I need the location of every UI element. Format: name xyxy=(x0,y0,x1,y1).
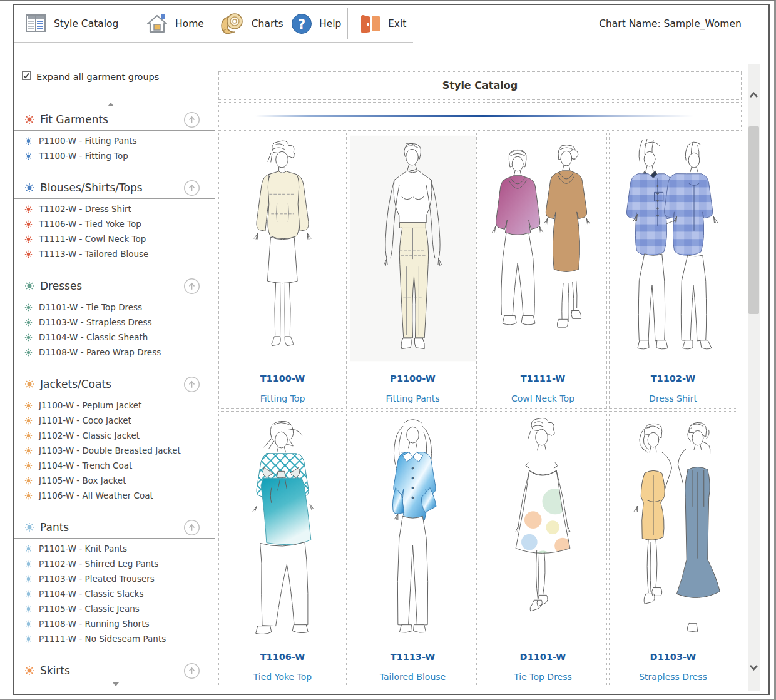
garment-item[interactable]: T1113-W - Tailored Blouse xyxy=(24,246,218,261)
gradient-divider-line xyxy=(255,115,693,117)
garment-item[interactable]: J1105-W - Box Jacket xyxy=(24,473,218,488)
garment-item[interactable]: P1103-W - Pleated Trousers xyxy=(24,571,218,586)
garment-item[interactable]: P1100-W - Fitting Pants xyxy=(24,133,218,148)
catalog-card-t1106-w[interactable]: T1106-WTied Yoke Top xyxy=(218,411,347,687)
toolbar-button-charts[interactable]: Charts xyxy=(212,12,291,36)
garment-item[interactable]: J1101-W - Coco Jacket xyxy=(24,413,218,428)
collapse-group-button[interactable] xyxy=(183,278,200,295)
scrollbar-thumb[interactable] xyxy=(748,126,759,314)
group-name: Fit Garments xyxy=(40,113,108,126)
garment-item[interactable]: D1103-W - Strapless Dress xyxy=(24,315,218,330)
sun-bullet-icon xyxy=(24,477,33,485)
garment-item-label: J1100-W - Peplum Jacket xyxy=(39,400,141,410)
garment-item-label: D1104-W - Classic Sheath xyxy=(39,332,148,342)
garment-item[interactable]: J1104-W - Trench Coat xyxy=(24,458,218,473)
card-style-code: T1100-W xyxy=(219,373,346,383)
toolbar-group-style-catalog: Style Catalog xyxy=(16,6,126,41)
garment-item[interactable]: P1102-W - Shirred Leg Pants xyxy=(24,556,218,571)
garment-group-skirts: Skirts xyxy=(14,660,218,689)
sidebar-scroll-down-hint[interactable] xyxy=(113,682,119,686)
garment-item[interactable]: P1104-W - Classic Slacks xyxy=(24,586,218,601)
vertical-scrollbar[interactable] xyxy=(748,64,760,691)
toolbar-separator xyxy=(280,8,280,39)
garment-item-label: P1100-W - Fitting Pants xyxy=(39,136,137,146)
catalog-card-t1113-w[interactable]: T1113-WTailored Blouse xyxy=(349,411,477,687)
garment-item[interactable]: P1101-W - Knit Pants xyxy=(24,541,218,556)
sidebar-scroll-up-hint[interactable] xyxy=(108,103,114,106)
catalog-card-t1100-w[interactable]: T1100-WFitting Top xyxy=(218,133,347,409)
garment-item[interactable]: J1106-W - All Weather Coat xyxy=(24,488,218,503)
garment-item[interactable]: D1108-W - Pareo Wrap Dress xyxy=(24,345,218,360)
collapse-group-button[interactable] xyxy=(183,662,200,679)
garment-item[interactable]: P1105-W - Classic Jeans xyxy=(24,601,218,616)
catalog-card-d1103-w[interactable]: D1103-WStrapless Dress xyxy=(609,411,737,687)
catalog-card-t1111-w[interactable]: T1111-WCowl Neck Top xyxy=(479,133,607,409)
group-divider xyxy=(14,538,215,539)
expand-all-checkbox[interactable]: Expand all garment groups xyxy=(22,71,159,82)
garment-item[interactable]: J1100-W - Peplum Jacket xyxy=(24,398,218,413)
garment-item[interactable]: T1106-W - Tied Yoke Top xyxy=(24,216,218,231)
collapse-group-button[interactable] xyxy=(183,519,200,536)
group-header-dresses[interactable]: Dresses xyxy=(14,275,218,297)
card-style-name: Fitting Pants xyxy=(349,393,476,403)
garment-item[interactable]: T1111-W - Cowl Neck Top xyxy=(24,231,218,246)
sun-bullet-icon xyxy=(24,635,33,643)
garment-item-label: P1102-W - Shirred Leg Pants xyxy=(39,559,158,569)
checkbox-checked-icon xyxy=(22,71,31,82)
toolbar-button-style-catalog[interactable]: Style Catalog xyxy=(16,13,126,34)
scrollbar-up-icon[interactable] xyxy=(749,91,758,98)
toolbar-group-home-charts: HomeCharts xyxy=(138,6,290,41)
garment-item-label: D1108-W - Pareo Wrap Dress xyxy=(39,347,161,357)
group-header-skirts[interactable]: Skirts xyxy=(14,660,218,681)
tape-measure-icon xyxy=(219,12,245,36)
catalog-title: Style Catalog xyxy=(218,71,742,100)
catalog-card-p1100-w[interactable]: P1100-WFitting Pants xyxy=(349,133,477,409)
home-icon xyxy=(145,13,169,35)
catalog-icon xyxy=(24,13,48,34)
catalog-card-d1101-w[interactable]: D1101-WTie Top Dress xyxy=(479,411,607,687)
toolbar-button-home[interactable]: Home xyxy=(138,13,212,35)
garment-group-blouses-shirts-tops: Blouses/Shirts/TopsT1102-W - Dress Shirt… xyxy=(14,177,218,261)
garment-item[interactable]: D1101-W - Tie Top Dress xyxy=(24,300,218,315)
group-name: Jackets/Coats xyxy=(40,378,111,390)
garment-item-label: T1113-W - Tailored Blouse xyxy=(39,249,148,259)
garment-item[interactable]: T1100-W - Fitting Top xyxy=(24,148,218,163)
garment-item[interactable]: D1104-W - Classic Sheath xyxy=(24,330,218,345)
card-style-code: P1100-W xyxy=(349,373,476,383)
collapse-group-button[interactable] xyxy=(183,180,200,196)
app-window: Style Catalog HomeCharts ?Help Exit Char… xyxy=(13,4,770,695)
garment-group-fit-garments: Fit GarmentsP1100-W - Fitting PantsT1100… xyxy=(14,109,218,163)
garment-item-label: J1105-W - Box Jacket xyxy=(39,475,126,485)
sun-bullet-icon xyxy=(24,281,34,291)
garment-sketch-tailored-blouse xyxy=(350,413,476,640)
garment-item-label: D1101-W - Tie Top Dress xyxy=(39,302,142,312)
group-header-fit-garments[interactable]: Fit Garments xyxy=(14,109,218,130)
collapse-group-button[interactable] xyxy=(183,111,200,128)
catalog-card-t1102-w[interactable]: T1102-WDress Shirt xyxy=(609,133,737,409)
garment-item[interactable]: J1103-W - Double Breasted Jacket xyxy=(24,443,218,458)
garment-group-jackets-coats: Jackets/CoatsJ1100-W - Peplum JacketJ110… xyxy=(14,373,218,503)
group-header-pants[interactable]: Pants xyxy=(14,517,218,538)
scrollbar-down-icon[interactable] xyxy=(749,664,758,671)
group-header-blouses-shirts-tops[interactable]: Blouses/Shirts/Tops xyxy=(14,177,218,198)
group-divider xyxy=(14,395,215,395)
card-style-name: Fitting Top xyxy=(219,393,346,403)
garment-group-pants: PantsP1101-W - Knit PantsP1102-W - Shirr… xyxy=(14,517,218,646)
expand-all-label: Expand all garment groups xyxy=(36,72,159,82)
toolbar-button-help[interactable]: ?Help xyxy=(283,13,349,35)
garment-item[interactable]: J1102-W - Classic Jacket xyxy=(24,428,218,443)
toolbar-button-label: Exit xyxy=(388,18,406,29)
card-style-name: Strapless Dress xyxy=(610,672,737,682)
toolbar: Style Catalog HomeCharts ?Help Exit Char… xyxy=(14,5,768,43)
garment-item[interactable]: T1102-W - Dress Shirt xyxy=(24,201,218,216)
garment-group-dresses: DressesD1101-W - Tie Top DressD1103-W - … xyxy=(14,275,218,360)
toolbar-button-exit[interactable]: Exit xyxy=(350,13,414,34)
toolbar-group-help: ?Help xyxy=(283,6,349,41)
garment-item[interactable]: P1111-W - No Sideseam Pants xyxy=(24,631,218,646)
collapse-group-button[interactable] xyxy=(183,376,200,393)
sun-bullet-icon xyxy=(24,402,33,410)
sun-bullet-icon xyxy=(24,522,34,532)
card-style-code: T1113-W xyxy=(349,652,476,662)
group-header-jackets-coats[interactable]: Jackets/Coats xyxy=(14,373,218,395)
garment-item[interactable]: P1108-W - Running Shorts xyxy=(24,616,218,631)
